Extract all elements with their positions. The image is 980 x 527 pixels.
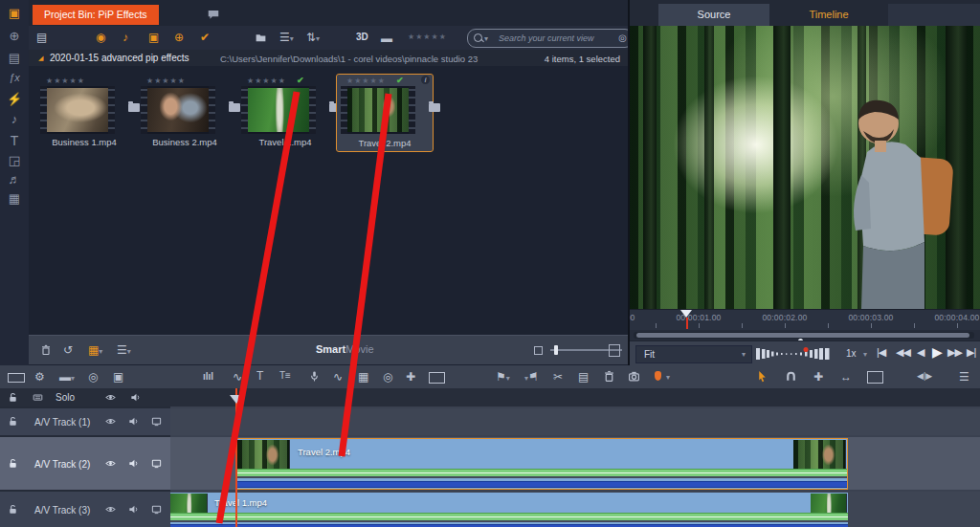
checked-icon[interactable]: ✔ bbox=[297, 76, 304, 85]
dynamic-trim-icon[interactable]: ✚ bbox=[813, 371, 823, 383]
play-button[interactable]: ▶ bbox=[932, 344, 942, 360]
search-options-caret[interactable]: ▾ bbox=[484, 35, 488, 43]
tab-stub[interactable] bbox=[888, 4, 980, 26]
mark-out-icon[interactable]: ⚑▾ bbox=[524, 371, 539, 383]
track-size-icon[interactable]: ▬▾ bbox=[59, 371, 75, 383]
rating-filter-stars[interactable]: ★★★★★ bbox=[408, 33, 447, 41]
thumb-size-slider-handle[interactable] bbox=[554, 345, 558, 355]
player-scrollbar-thumb[interactable] bbox=[636, 333, 969, 338]
filter-photo-icon[interactable]: ▣ bbox=[148, 32, 159, 43]
speaker-icon[interactable] bbox=[130, 392, 141, 403]
clip-audio-part[interactable] bbox=[170, 522, 848, 527]
tab-source[interactable]: Source bbox=[658, 4, 769, 26]
tag-icon[interactable]: ▬ bbox=[381, 33, 392, 44]
rating-stars[interactable]: ★★★★★ bbox=[146, 77, 186, 85]
sidebar-montage-icon[interactable]: ◲ bbox=[0, 153, 29, 167]
media-item-business2[interactable]: ★★★★★ Business 2.mp4 bbox=[137, 77, 233, 149]
filter-projects-icon[interactable]: ⊕ bbox=[174, 32, 184, 43]
filter-video-icon[interactable]: ◉ bbox=[96, 32, 105, 43]
speed-caret[interactable]: ▾ bbox=[863, 350, 867, 359]
av-track2-row[interactable]: Travel 2.mp4 bbox=[170, 437, 980, 490]
snapshot-camera-icon[interactable] bbox=[628, 370, 640, 383]
preview-window-icon[interactable] bbox=[867, 371, 883, 384]
storyboard-toggle-icon[interactable]: ▣ bbox=[113, 371, 123, 383]
panel-popout-icon[interactable] bbox=[207, 8, 220, 21]
shuttle-control[interactable] bbox=[756, 347, 838, 361]
thumb-size-large-icon[interactable] bbox=[609, 344, 620, 357]
breadcrumb-folder[interactable]: 2020-01-15 advanced pip effects bbox=[50, 53, 189, 63]
refresh-icon[interactable]: ↺ bbox=[63, 344, 73, 356]
eye-icon[interactable] bbox=[105, 504, 116, 515]
av-track3-row[interactable]: Travel 1.mp4 bbox=[170, 492, 980, 527]
sort-icon[interactable]: ⇅▾ bbox=[306, 32, 320, 43]
media-item-business1[interactable]: ★★★★★ Business 1.mp4 bbox=[36, 77, 132, 149]
timeline-settings-gear-icon[interactable]: ⚙ bbox=[34, 371, 45, 383]
prev-frame-button[interactable]: ◀◀ bbox=[896, 346, 910, 359]
trim-editor-icon[interactable]: ◀|▶ bbox=[917, 372, 932, 381]
browse-folder-icon[interactable] bbox=[255, 32, 267, 44]
grid-view-icon[interactable]: ▦▾ bbox=[88, 344, 102, 356]
solo-track-header[interactable]: Solo bbox=[0, 388, 170, 408]
keyboard-icon[interactable] bbox=[33, 392, 43, 403]
subtitle-editor-icon[interactable]: T≡ bbox=[279, 371, 291, 381]
sidebar-soundstage-icon[interactable]: ▦ bbox=[0, 191, 29, 206]
video-preview[interactable] bbox=[630, 26, 980, 309]
speaker-icon[interactable] bbox=[128, 416, 139, 427]
select-cursor-icon[interactable] bbox=[756, 370, 768, 383]
timeline-zoom-icon[interactable]: ☰ bbox=[959, 371, 969, 383]
monitor-icon[interactable] bbox=[151, 416, 162, 427]
filter-checked-icon[interactable]: ✔ bbox=[200, 32, 210, 43]
sidebar-media-icon[interactable]: ▣ bbox=[0, 6, 29, 20]
multicam-icon[interactable]: ▦ bbox=[358, 371, 368, 383]
sidebar-music-icon[interactable]: ♪ bbox=[0, 112, 29, 126]
title-editor-icon[interactable]: T bbox=[256, 370, 263, 382]
clip-travel2[interactable]: Travel 2.mp4 bbox=[235, 438, 848, 490]
rating-stars[interactable]: ★★★★★ bbox=[247, 77, 286, 85]
av-track3-header[interactable]: A/V Track (3) bbox=[0, 492, 170, 527]
lock-icon[interactable] bbox=[8, 458, 18, 469]
voiceover-mic-icon[interactable] bbox=[308, 370, 321, 383]
speaker-icon[interactable] bbox=[128, 504, 139, 515]
project-bin-tab[interactable]: Project Bin: PiP Effects bbox=[33, 5, 159, 25]
audio-mixer-icon[interactable]: ılıl bbox=[203, 372, 213, 382]
delete-clip-trash-icon[interactable] bbox=[603, 370, 615, 383]
go-to-start-button[interactable]: |◀ bbox=[877, 346, 885, 359]
filter-audio-icon[interactable]: ♪ bbox=[122, 32, 128, 43]
search-input[interactable] bbox=[497, 31, 613, 46]
timeline-playhead-handle[interactable] bbox=[230, 395, 243, 404]
clear-search-icon[interactable]: ◎ bbox=[618, 33, 627, 43]
marker-icon[interactable] bbox=[655, 371, 661, 381]
mark-in-icon[interactable]: ⚑▾ bbox=[496, 371, 510, 383]
sidebar-web-icon[interactable]: ⊕ bbox=[0, 29, 29, 43]
eye-icon[interactable] bbox=[105, 458, 116, 469]
thumb-size-small-icon[interactable] bbox=[534, 346, 543, 355]
audio-ducking-icon[interactable]: ∿ bbox=[233, 371, 242, 383]
lock-icon[interactable] bbox=[8, 504, 18, 515]
rating-stars[interactable]: ★★★★★ bbox=[46, 77, 85, 85]
smartmovie-button[interactable]: SmartMovie bbox=[316, 343, 374, 355]
pan-zoom-icon[interactable]: ✚ bbox=[406, 371, 415, 383]
scrub-wave-icon[interactable]: ∿ bbox=[333, 371, 343, 383]
step-back-button[interactable]: ◀ bbox=[917, 346, 924, 359]
audio-monitor-icon[interactable]: ◎ bbox=[88, 371, 98, 383]
tab-timeline[interactable]: Timeline bbox=[773, 4, 884, 26]
shortcut-folder-icon[interactable] bbox=[429, 103, 440, 112]
eye-icon[interactable] bbox=[105, 392, 116, 403]
list-view-icon[interactable]: ☰▾ bbox=[117, 344, 131, 356]
screen-capture-icon[interactable] bbox=[429, 372, 445, 384]
av-track1-row[interactable] bbox=[170, 408, 980, 435]
speaker-icon[interactable] bbox=[128, 458, 139, 469]
media-thumbnail[interactable] bbox=[241, 86, 316, 134]
media-item-travel2-selected[interactable]: ★★★★★ ✔ i Travel 2.mp4 bbox=[337, 75, 433, 151]
monitor-icon[interactable] bbox=[151, 504, 162, 515]
clip-travel1[interactable]: Travel 1.mp4 bbox=[170, 493, 848, 527]
zoom-fit-dropdown[interactable]: Fit ▾ bbox=[635, 345, 752, 363]
player-playhead[interactable] bbox=[680, 310, 692, 318]
timeline-playhead-line[interactable] bbox=[235, 388, 237, 527]
player-scrollbar[interactable] bbox=[634, 332, 974, 339]
marker-caret[interactable]: ▾ bbox=[666, 374, 670, 382]
sidebar-photos-icon[interactable]: ▤ bbox=[0, 51, 29, 65]
clip-video-part[interactable]: Travel 2.mp4 bbox=[236, 439, 847, 476]
3d-filter-button[interactable]: 3D bbox=[356, 33, 368, 42]
media-item-travel1[interactable]: ★★★★★ ✔ Travel 1.mp4 bbox=[237, 77, 333, 149]
